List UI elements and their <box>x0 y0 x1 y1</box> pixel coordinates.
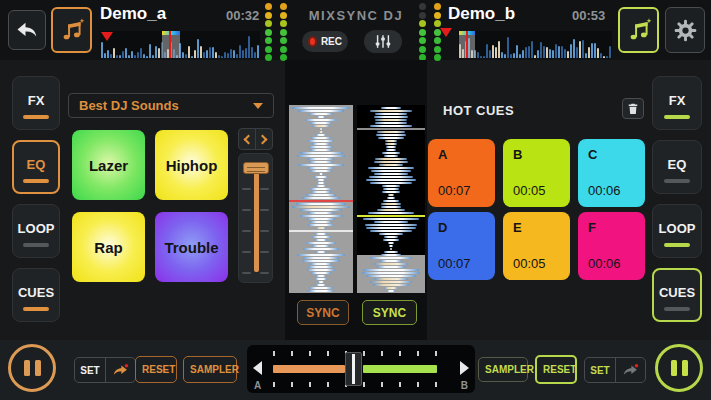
sampler-pad-lazer[interactable]: Lazer <box>72 130 145 200</box>
chevron-left-icon <box>244 134 254 144</box>
deck-a-eq-button[interactable]: EQ <box>12 140 60 194</box>
rec-label: REC <box>321 36 342 47</box>
sampler-pad-rap[interactable]: Rap <box>72 212 145 282</box>
mixer-button[interactable] <box>364 30 402 53</box>
deck-b-cue-marker-icon <box>440 28 452 37</box>
deck-b-music-library-button[interactable] <box>618 7 659 53</box>
deck-b-loop-button[interactable]: LOOP <box>652 204 702 258</box>
mixer-sliders-icon <box>374 35 392 48</box>
deck-b-play-pause-button[interactable] <box>655 344 703 392</box>
deck-b-time: 00:53 <box>572 8 605 23</box>
mixsync-dj-app: Demo_a 00:32 MIXSYNC DJ REC Demo_b 00:53 <box>0 0 711 400</box>
crossfader-track-b <box>363 365 437 373</box>
record-button[interactable]: REC <box>302 31 348 52</box>
deck-b-set-button[interactable]: SET <box>585 358 615 382</box>
deck-a-share-button[interactable] <box>105 358 135 382</box>
deck-b-title: Demo_b <box>448 4 515 24</box>
crossfader-a-label: A <box>254 380 261 391</box>
deck-b-waveform-bars <box>458 31 612 58</box>
sampler-pad-hiphop[interactable]: Hiphop <box>155 130 228 200</box>
deck-a-sync-button[interactable]: SYNC <box>297 300 349 325</box>
deck-b-vertical-waveform <box>357 105 425 293</box>
sound-pack-dropdown[interactable]: Best DJ Sounds <box>68 93 274 118</box>
hot-cue-pad-d[interactable]: D 00:07 <box>428 212 495 280</box>
deck-a-sampler-button[interactable]: SAMPLER <box>183 356 237 383</box>
deck-a-cues-button[interactable]: CUES <box>12 268 60 322</box>
deck-b-scroll-waveform[interactable] <box>357 105 425 293</box>
slider-stem <box>254 168 259 272</box>
deck-b-reset-button[interactable]: RESET <box>535 355 577 384</box>
deck-a-set-button[interactable]: SET <box>75 358 105 382</box>
deck-b-beat-line <box>357 128 425 130</box>
deck-b-eq-button[interactable]: EQ <box>652 140 702 194</box>
pause-icon <box>671 360 677 376</box>
deck-a-reset-button[interactable]: RESET <box>135 356 177 383</box>
deck-a-vu-meter-left <box>265 3 272 61</box>
top-bar: Demo_a 00:32 MIXSYNC DJ REC Demo_b 00:53 <box>0 0 711 60</box>
slider-ticks-left <box>242 188 251 274</box>
crossfader: A B <box>247 345 475 393</box>
hot-cue-pad-e[interactable]: E 00:05 <box>503 212 570 280</box>
deck-a-waveform-bars <box>100 31 260 58</box>
deck-b-share-button[interactable] <box>615 358 645 382</box>
deck-a-set-group: SET <box>74 357 136 383</box>
hot-cue-pad-c[interactable]: C 00:06 <box>578 139 645 207</box>
sampler-pager <box>238 128 273 150</box>
deck-a-loop-button[interactable]: LOOP <box>12 204 60 258</box>
deck-b-sampler-button[interactable]: SAMPLER <box>478 357 528 382</box>
crossfader-right-arrow-icon <box>460 361 469 375</box>
slider-ticks-right <box>260 188 269 274</box>
deck-a-fx-button[interactable]: FX <box>12 76 60 130</box>
deck-a-title: Demo_a <box>100 4 166 24</box>
deck-a-time: 00:32 <box>226 8 259 23</box>
deck-b-cues-button[interactable]: CUES <box>652 268 702 322</box>
deck-b-sync-button[interactable]: SYNC <box>362 300 417 325</box>
pause-icon <box>24 360 30 376</box>
deck-a-cue-marker-icon <box>101 32 113 41</box>
sound-pack-value: Best DJ Sounds <box>79 98 179 113</box>
gear-icon <box>673 18 698 43</box>
deck-b-cue-line <box>357 215 425 217</box>
trash-icon <box>627 103 639 115</box>
deck-a-scroll-waveform[interactable] <box>289 105 353 293</box>
slider-handle[interactable] <box>243 162 269 174</box>
deck-a-play-pause-button[interactable] <box>8 344 56 392</box>
hot-cue-pad-a[interactable]: A 00:07 <box>428 139 495 207</box>
sampler-pad-trouble[interactable]: Trouble <box>155 212 228 282</box>
deck-b-overview-waveform[interactable] <box>458 31 612 58</box>
back-icon <box>15 20 39 40</box>
transport-bar: SET RESET SAMPLER A B SAMPLER RESET SET <box>0 340 711 400</box>
back-button[interactable] <box>8 10 46 50</box>
share-arrow-icon <box>622 363 639 377</box>
crossfader-track-a <box>273 365 345 373</box>
deck-a-beat-line <box>289 230 353 232</box>
clear-cues-button[interactable] <box>622 98 644 119</box>
crossfader-b-label: B <box>461 380 468 391</box>
music-note-icon <box>59 17 85 43</box>
settings-button[interactable] <box>665 7 705 53</box>
deck-b-fx-button[interactable]: FX <box>652 76 702 130</box>
deck-b-playhead <box>459 31 475 58</box>
rec-dot-icon <box>308 36 317 47</box>
deck-a-cue-line <box>289 200 353 202</box>
crossfader-left-arrow-icon <box>253 361 262 375</box>
app-title: MIXSYNC DJ <box>286 8 426 23</box>
music-note-icon <box>626 17 652 43</box>
deck-a-vertical-waveform <box>289 105 353 293</box>
deck-a-playhead <box>162 31 180 58</box>
deck-a-overview-waveform[interactable] <box>100 31 260 58</box>
hot-cue-pad-b[interactable]: B 00:05 <box>503 139 570 207</box>
next-page-button[interactable] <box>255 129 272 149</box>
deck-a-music-library-button[interactable] <box>51 7 92 53</box>
hot-cues-title: HOT CUES <box>443 103 514 118</box>
hot-cue-pad-f[interactable]: F 00:06 <box>578 212 645 280</box>
chevron-down-icon <box>253 103 263 109</box>
prev-page-button[interactable] <box>239 129 255 149</box>
crossfader-handle[interactable] <box>345 352 362 386</box>
share-arrow-icon <box>112 363 129 377</box>
deck-b-set-group: SET <box>584 357 646 383</box>
deck-b-vu-meter-left <box>419 3 426 61</box>
chevron-right-icon <box>258 134 268 144</box>
sampler-volume-slider[interactable] <box>238 153 273 283</box>
